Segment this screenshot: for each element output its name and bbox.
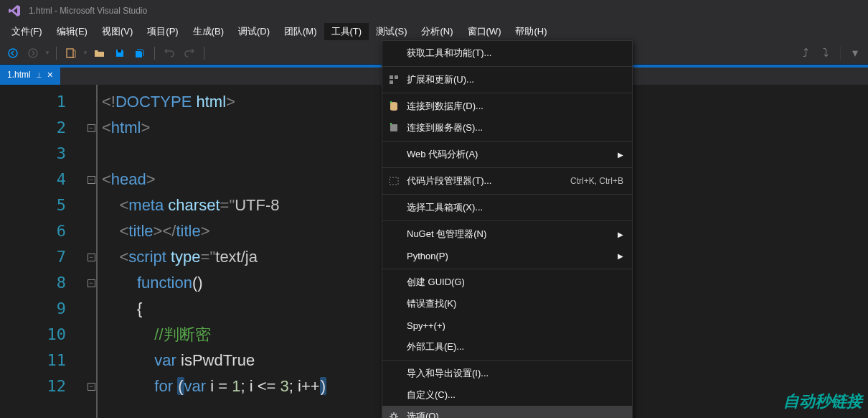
more-icon[interactable]: ▾ [846,45,864,62]
menubar-item[interactable]: 团队(M) [277,23,324,40]
menu-item-label: 连接到服务器(S)... [407,121,623,134]
menu-item-label: 创建 GUID(G) [407,276,623,289]
blank-icon [387,388,401,402]
menubar-item[interactable]: 分析(N) [414,23,460,40]
line-number: 7 [0,244,86,270]
open-file-icon[interactable] [91,45,108,62]
line-number: 10 [0,322,86,348]
tools-menu-dropdown: 获取工具和功能(T)...扩展和更新(U)...连接到数据库(D)...连接到服… [382,40,633,418]
svg-rect-3 [118,50,121,52]
menubar-item[interactable]: 编辑(E) [49,23,95,40]
menu-item[interactable]: 创建 GUID(G) [382,271,632,293]
menu-item[interactable]: 导入和导出设置(I)... [382,363,632,384]
menu-item-label: Python(P) [407,251,612,261]
line-number: 5 [0,192,86,218]
fold-toggle[interactable]: − [88,383,95,391]
save-icon[interactable] [111,45,128,62]
menu-item[interactable]: 连接到数据库(D)... [382,96,632,117]
nav-forward-icon[interactable] [24,45,42,62]
svg-rect-8 [390,124,397,131]
menu-item-label: NuGet 包管理器(N) [407,228,612,241]
find-icon[interactable]: ⤴ [797,45,814,62]
step-icon[interactable]: ⤵ [817,45,834,62]
menu-item[interactable]: 错误查找(K) [382,293,632,315]
menu-item[interactable]: 代码片段管理器(T)...Ctrl+K, Ctrl+B [382,170,632,192]
menubar-item[interactable]: 文件(F) [4,23,49,40]
menubar-item[interactable]: 视图(V) [95,23,140,40]
menu-item[interactable]: Python(P)▶ [382,245,632,266]
menu-item[interactable]: 扩展和更新(U)... [382,69,632,90]
menu-item[interactable]: 获取工具和功能(T)... [382,42,632,64]
blank-icon [387,318,401,333]
close-icon[interactable]: × [47,69,53,80]
menu-item[interactable]: 连接到服务器(S)... [382,117,632,139]
menu-item-label: 外部工具(E)... [407,340,623,353]
line-number: 12 [0,373,86,399]
blank-icon [387,200,401,215]
fold-column: −−−−− [86,85,98,418]
menubar-item[interactable]: 帮助(H) [508,23,554,40]
menubar-item[interactable]: 生成(B) [186,23,231,40]
line-number: 9 [0,296,86,322]
blank-icon [387,297,401,311]
menubar-item[interactable]: 项目(P) [140,23,185,40]
menu-item[interactable]: 外部工具(E)... [382,336,632,358]
menu-item[interactable]: Web 代码分析(A)▶ [382,144,632,165]
menu-item-label: Spy++(+) [407,320,623,331]
blank-icon [387,227,401,241]
line-number: 11 [0,348,86,373]
menubar-item[interactable]: 调试(D) [231,23,277,40]
menu-item-label: Web 代码分析(A) [407,148,612,161]
fold-toggle[interactable]: − [88,279,95,287]
menu-item-label: 自定义(C)... [407,389,623,401]
tab-1-html[interactable]: 1.html ⟂ × [0,65,60,85]
menu-item[interactable]: 选项(O)... [382,406,632,418]
svg-point-1 [29,49,37,57]
blank-icon [387,147,401,162]
menu-item-label: 选项(O)... [407,410,623,418]
blank-icon [387,340,401,354]
blank-icon [387,249,401,263]
line-number: 2 [0,115,86,141]
line-number: 3 [0,141,86,167]
blank-icon [387,366,401,381]
fold-toggle[interactable]: − [88,176,95,184]
svg-rect-9 [390,177,398,185]
submenu-arrow-icon: ▶ [618,151,623,159]
vs-logo-icon [6,2,23,19]
menu-item[interactable]: Spy++(+) [382,315,632,336]
extensions-icon [387,73,401,87]
fold-toggle[interactable]: − [88,254,95,261]
svg-rect-2 [67,49,73,57]
line-number: 4 [0,167,86,192]
svg-rect-5 [395,75,398,79]
menu-shortcut: Ctrl+K, Ctrl+B [570,176,623,186]
menu-item[interactable]: 自定义(C)... [382,384,632,406]
line-number: 1 [0,89,86,115]
blank-icon [387,46,401,60]
menubar-item[interactable]: 测试(S) [369,23,414,40]
menu-item[interactable]: NuGet 包管理器(N)▶ [382,223,632,245]
menubar-item[interactable]: 工具(T) [324,23,369,40]
blank-icon [387,275,401,289]
menubar-item[interactable]: 窗口(W) [461,23,509,40]
svg-point-0 [9,49,17,57]
undo-icon[interactable] [161,45,178,62]
submenu-arrow-icon: ▶ [618,231,623,238]
menu-item-label: 选择工具箱项(X)... [407,201,623,214]
menu-item[interactable]: 选择工具箱项(X)... [382,197,632,218]
redo-icon[interactable] [181,45,198,62]
menu-item-label: 错误查找(K) [407,297,623,310]
menu-item-label: 连接到数据库(D)... [407,100,623,113]
nav-back-icon[interactable] [4,45,22,62]
pin-icon[interactable]: ⟂ [37,70,42,79]
server-icon [387,121,401,135]
fold-toggle[interactable]: − [88,124,95,132]
titlebar: 1.html - Microsoft Visual Studio [0,0,868,22]
submenu-arrow-icon: ▶ [618,252,623,260]
new-file-icon[interactable] [62,45,80,62]
svg-point-10 [392,414,396,418]
menu-item-label: 导入和导出设置(I)... [407,367,623,380]
save-all-icon[interactable] [131,45,148,62]
svg-rect-4 [390,75,393,79]
